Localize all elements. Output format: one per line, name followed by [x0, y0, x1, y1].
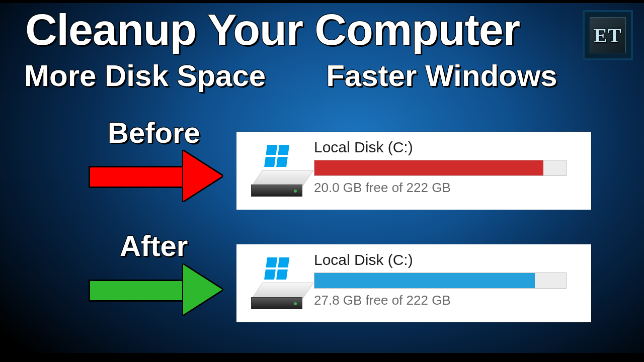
drive-icon [252, 149, 302, 195]
subheading-more-disk-space: More Disk Space [24, 58, 266, 93]
letterbox-top [0, 0, 644, 3]
drive-icon [252, 261, 302, 308]
main-heading: Cleanup Your Computer [25, 4, 520, 55]
free-space-text: 20.0 GB free of 222 GB [314, 180, 579, 196]
usage-bar-fill [314, 273, 535, 288]
arrow-before-icon [89, 154, 229, 199]
sub-heading-row: More Disk Space Faster Windows [24, 58, 603, 93]
thumbnail-stage: ET Cleanup Your Computer More Disk Space… [0, 0, 644, 362]
logo-text: ET [594, 24, 621, 47]
windows-logo-icon [264, 145, 290, 168]
letterbox-bottom [0, 353, 644, 362]
disk-title: Local Disk (C:) [314, 251, 579, 268]
arrow-after-icon [89, 267, 229, 313]
disk-panel-before: Local Disk (C:) 20.0 GB free of 222 GB [236, 132, 591, 210]
disk-panel-after: Local Disk (C:) 27.8 GB free of 222 GB [236, 244, 591, 322]
subheading-faster-windows: Faster Windows [326, 58, 557, 93]
windows-logo-icon [264, 257, 290, 281]
usage-bar [314, 273, 567, 289]
label-before: Before [108, 116, 200, 149]
usage-bar-fill [314, 160, 543, 175]
free-space-text: 27.8 GB free of 222 GB [314, 293, 579, 308]
channel-logo: ET [583, 10, 633, 60]
label-after: After [120, 229, 188, 262]
disk-title: Local Disk (C:) [314, 139, 579, 156]
usage-bar [314, 160, 567, 176]
